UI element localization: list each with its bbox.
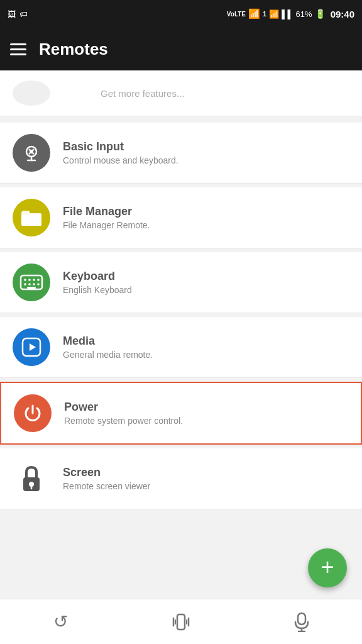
keyboard-subtitle: English Keyboard [63, 285, 349, 295]
microphone-button[interactable] [283, 603, 321, 641]
svg-point-15 [33, 283, 35, 286]
refresh-icon: ↺ [53, 611, 68, 632]
battery-icon: 🔋 [315, 9, 326, 19]
signal-icon: ▌▌ [282, 9, 293, 19]
screen-title: Screen [63, 466, 349, 479]
list-item-basic-input[interactable]: Basic Input Control mouse and keyboard. [0, 123, 362, 184]
svg-point-11 [33, 279, 35, 281]
screen-text: Screen Remote screen viewer [63, 466, 349, 491]
keyboard-icon [13, 264, 50, 301]
media-text: Media General media remote. [63, 335, 349, 360]
file-manager-text: File Manager File Manager Remote. [63, 205, 349, 230]
list-item-file-manager[interactable]: File Manager File Manager Remote. [0, 187, 362, 248]
basic-input-title: Basic Input [63, 140, 349, 153]
partial-item[interactable]: Get more features... [0, 70, 362, 116]
media-subtitle: General media remote. [63, 350, 349, 360]
refresh-button[interactable]: ↺ [41, 603, 79, 641]
svg-point-9 [24, 279, 26, 281]
svg-rect-28 [298, 613, 305, 625]
basic-input-text: Basic Input Control mouse and keyboard. [63, 140, 349, 165]
svg-rect-23 [177, 614, 185, 630]
file-manager-title: File Manager [63, 205, 349, 218]
power-subtitle: Remote system power control. [64, 416, 348, 426]
add-remote-fab[interactable]: + [308, 548, 347, 587]
file-manager-subtitle: File Manager Remote. [63, 220, 349, 230]
svg-point-5 [33, 149, 35, 151]
status-bar-left: 🖼 🏷 [8, 9, 28, 19]
svg-point-4 [29, 149, 31, 151]
bottom-navigation: ↺ [0, 599, 362, 644]
svg-point-13 [24, 283, 26, 286]
bookmark-icon: 🏷 [19, 9, 28, 19]
basic-input-subtitle: Control mouse and keyboard. [63, 155, 349, 165]
svg-rect-17 [27, 287, 36, 289]
file-manager-icon [13, 199, 50, 236]
basic-input-icon [13, 134, 50, 172]
list-item-power[interactable]: Power Remote system power control. [0, 382, 362, 445]
screen-subtitle: Remote screen viewer [63, 481, 349, 491]
svg-point-16 [37, 283, 40, 286]
svg-point-10 [28, 279, 31, 281]
volte-icon: VoLTE [227, 11, 246, 18]
list-item-screen[interactable]: Screen Remote screen viewer [0, 448, 362, 509]
power-title: Power [64, 401, 348, 414]
keyboard-text: Keyboard English Keyboard [63, 270, 349, 295]
hamburger-menu-button[interactable] [10, 43, 26, 55]
vibrate-button[interactable] [162, 603, 200, 641]
svg-point-7 [33, 153, 35, 155]
sim-icon: 1 [263, 10, 266, 18]
screen-lock-icon [13, 460, 50, 497]
vibrate-icon [171, 612, 191, 632]
status-bar-right: VoLTE 📶 1 📶 ▌▌ 61% 🔋 09:40 [227, 8, 354, 19]
toolbar: Remotes [0, 28, 362, 70]
power-text: Power Remote system power control. [64, 401, 348, 426]
list-item-media[interactable]: Media General media remote. [0, 317, 362, 378]
status-bar: 🖼 🏷 VoLTE 📶 1 📶 ▌▌ 61% 🔋 09:40 [0, 0, 362, 28]
wifi-icon: 📶 [248, 8, 260, 19]
svg-point-6 [29, 153, 31, 155]
add-icon: + [321, 556, 334, 579]
media-icon [13, 328, 50, 366]
list-item-keyboard[interactable]: Keyboard English Keyboard [0, 252, 362, 313]
remotes-list: Get more features... Basic Input Control… [0, 70, 362, 599]
keyboard-title: Keyboard [63, 270, 349, 283]
battery-percent: 61% [296, 9, 312, 19]
power-icon [14, 394, 52, 432]
media-title: Media [63, 335, 349, 348]
signal-bars-icon: 📶 [269, 9, 279, 19]
screen-icon: 🖼 [8, 9, 16, 19]
svg-point-12 [37, 279, 40, 281]
status-time: 09:40 [331, 9, 354, 19]
svg-point-14 [28, 283, 31, 286]
microphone-icon [293, 612, 310, 632]
page-title: Remotes [39, 40, 108, 59]
partial-item-text: Get more features... [101, 88, 184, 99]
svg-marker-19 [30, 343, 36, 351]
